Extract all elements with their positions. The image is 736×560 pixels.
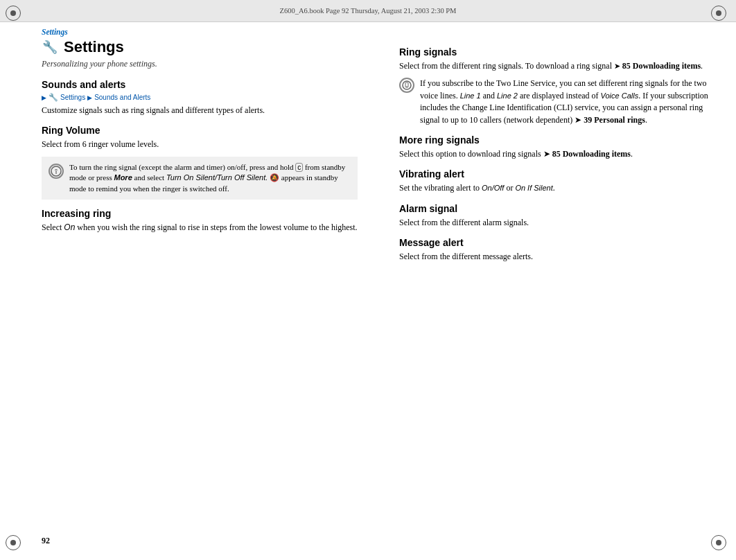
svg-rect-4 (406, 87, 408, 87)
line2-text: Line 2 (497, 91, 518, 100)
nav-sounds-label: Sounds and Alerts (94, 94, 150, 101)
phone-note-text: If you subscribe to the Two Line Service… (420, 78, 715, 126)
sounds-alerts-body: Customize signals such as ring signals a… (42, 105, 358, 116)
increasing-ring-body: Select On when you wish the ring signal … (42, 222, 358, 234)
ring-signals-body: Select from the different ring signals. … (399, 60, 715, 72)
nav-settings-label: Settings (60, 94, 85, 101)
phone-note-icon (399, 78, 414, 93)
vibrating-alert-body: Set the vibrating alert to On/Off or On … (399, 182, 715, 194)
ring-volume-heading: Ring Volume (42, 125, 358, 136)
more-ring-signals-body: Select this option to download ring sign… (399, 148, 715, 160)
corner-circle-br (711, 535, 726, 550)
voice-calls-text: Voice Calls (601, 91, 639, 100)
corner-mark-bottom-left (6, 535, 25, 554)
inc-ring-on: On (64, 222, 75, 232)
corner-circle-bl (6, 535, 21, 550)
corner-circle (6, 6, 21, 21)
wrench-icon: 🔧 (42, 39, 58, 55)
two-line-mid2: are displayed instead of (518, 91, 601, 100)
phone-note: If you subscribe to the Two Line Service… (399, 78, 715, 126)
line1-text: Line 1 (460, 91, 481, 100)
personal-end: . (645, 115, 647, 125)
note-silent-option: Turn On Silent/Turn Off Silent. (166, 173, 268, 182)
header-bar: Z600_A6.book Page 92 Thursday, August 21… (0, 0, 736, 22)
corner-circle-tr (711, 6, 726, 21)
breadcrumb-top: Settings (42, 28, 68, 36)
ring-signals-body1: Select from the different ring signals. … (399, 61, 614, 71)
message-alert-body: Select from the different message alerts… (399, 251, 715, 263)
ring-signals-end: . (701, 61, 703, 71)
note-icon (49, 164, 64, 179)
note-text-part1: To turn the ring signal (except the alar… (69, 163, 295, 171)
personal-arrow: ➤ (575, 115, 584, 125)
ring-volume-body: Select from 6 ringer volume levels. (42, 139, 358, 150)
two-line-mid1: and (481, 91, 497, 100)
vib-on-off: On/Off (482, 184, 504, 192)
header-bar-text: Z600_A6.book Page 92 Thursday, August 21… (35, 7, 701, 15)
ring-signals-link: 85 Downloading items (622, 61, 701, 71)
note-more: More (114, 173, 132, 182)
sounds-alerts-heading: Sounds and alerts (42, 79, 358, 90)
corner-mark-top-left (6, 6, 25, 25)
vib-body1: Set the vibrating alert to (399, 183, 482, 193)
note-text: To turn the ring signal (except the alar… (69, 162, 351, 194)
note-text-part3: and select (132, 173, 166, 182)
ring-signals-arrow: ➤ (614, 62, 622, 70)
page-frame: Z600_A6.book Page 92 Thursday, August 21… (0, 0, 736, 560)
personal-rings-link: 39 Personal rings (584, 115, 645, 125)
nav-arrow: ▶ (42, 94, 46, 101)
page-number: 92 (42, 536, 50, 546)
inc-ring-body1: Select (42, 222, 64, 232)
settings-subtitle: Personalizing your phone settings. (42, 59, 358, 69)
nav-breadcrumb: ▶ 🔧 Settings ▶ Sounds and Alerts (42, 93, 358, 102)
alarm-signal-heading: Alarm signal (399, 203, 715, 214)
ring-signals-heading: Ring signals (399, 46, 715, 58)
note-key-c: c (295, 163, 303, 172)
increasing-ring-heading: Increasing ring (42, 208, 358, 219)
inc-ring-body2: when you wish the ring signal to rise in… (75, 222, 357, 232)
main-content: 🔧 Settings Personalizing your phone sett… (42, 38, 715, 532)
more-ring-link: 85 Downloading items (552, 149, 631, 159)
note-box: To turn the ring signal (except the alar… (42, 157, 358, 200)
message-alert-heading: Message alert (399, 237, 715, 248)
more-ring-body: Select this option to download ring sign… (399, 149, 543, 159)
more-ring-signals-heading: More ring signals (399, 134, 715, 146)
vib-end: . (553, 183, 555, 193)
right-column: Ring signals Select from the different r… (385, 38, 715, 532)
vib-on-silent: On If Silent (515, 184, 552, 192)
corner-mark-top-right (711, 6, 730, 25)
settings-main-title: Settings (64, 38, 124, 56)
vibrating-alert-heading: Vibrating alert (399, 168, 715, 180)
left-column: 🔧 Settings Personalizing your phone sett… (42, 38, 371, 532)
more-ring-end: . (631, 149, 633, 159)
more-ring-arrow: ➤ (543, 149, 552, 159)
settings-title-row: 🔧 Settings (42, 38, 358, 56)
vib-mid: or (504, 183, 515, 193)
nav-arrow2: ▶ (87, 94, 92, 101)
nav-settings-icon: 🔧 (49, 93, 58, 102)
alarm-signal-body: Select from the different alarm signals. (399, 217, 715, 229)
corner-mark-bottom-right (711, 535, 730, 554)
